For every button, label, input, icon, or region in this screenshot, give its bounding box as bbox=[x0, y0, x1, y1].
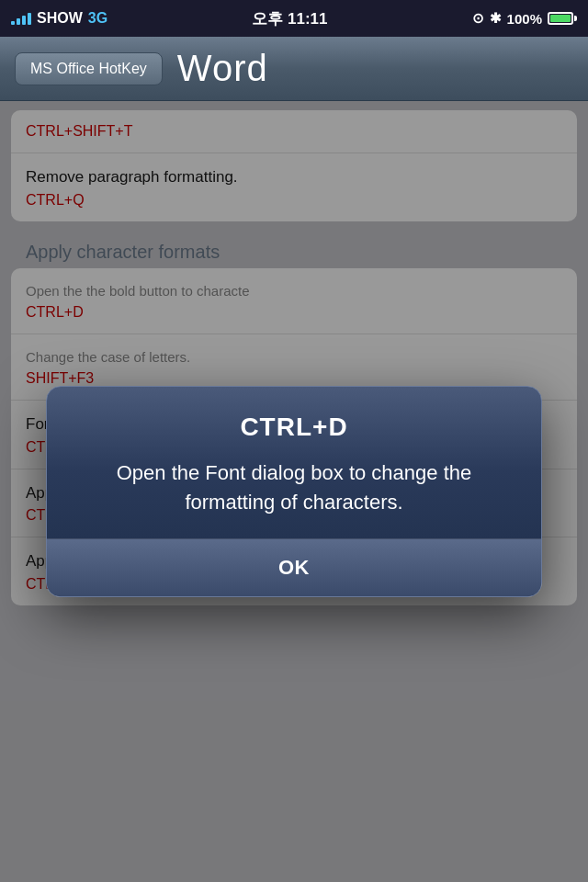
content-area: CTRL+SHIFT+T Remove paragraph formatting… bbox=[0, 101, 588, 882]
back-button[interactable]: MS Office HotKey bbox=[15, 52, 163, 85]
dialog-message: Open the Font dialog box to change the f… bbox=[74, 458, 514, 517]
status-left: SHOW 3G bbox=[11, 10, 107, 27]
globe-icon: ⊙ bbox=[472, 10, 484, 27]
status-right: ⊙ ✱ 100% bbox=[472, 10, 577, 27]
time-label: 오후 11:11 bbox=[252, 8, 327, 29]
carrier-label: SHOW bbox=[37, 10, 83, 27]
bluetooth-icon: ✱ bbox=[490, 10, 502, 27]
signal-icon bbox=[11, 12, 31, 25]
network-label: 3G bbox=[88, 10, 107, 27]
dialog-footer: OK bbox=[47, 538, 541, 596]
status-bar: SHOW 3G 오후 11:11 ⊙ ✱ 100% bbox=[0, 0, 588, 37]
battery-percent: 100% bbox=[507, 11, 542, 27]
dialog-title: CTRL+D bbox=[74, 413, 514, 442]
page-title: Word bbox=[177, 48, 268, 89]
alert-dialog: CTRL+D Open the Font dialog box to chang… bbox=[46, 386, 542, 598]
nav-bar: MS Office HotKey Word bbox=[0, 37, 588, 101]
dialog-overlay: CTRL+D Open the Font dialog box to chang… bbox=[0, 101, 588, 882]
battery-icon bbox=[548, 12, 577, 25]
ok-button[interactable]: OK bbox=[47, 539, 541, 596]
dialog-body: CTRL+D Open the Font dialog box to chang… bbox=[47, 387, 541, 539]
